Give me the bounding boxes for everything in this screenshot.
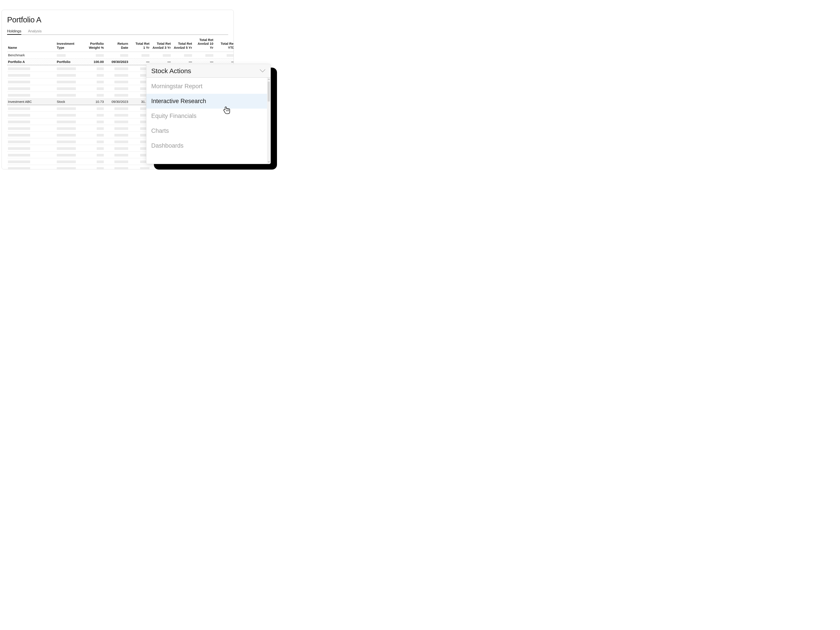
tab-holdings[interactable]: Holdings bbox=[7, 28, 21, 35]
col-name[interactable]: Name bbox=[7, 36, 56, 52]
scroll-down-icon[interactable] bbox=[267, 160, 270, 164]
col-portfolio-weight[interactable]: PortfolioWeight % bbox=[82, 36, 105, 52]
stock-actions-popup: Stock Actions Morningstar Report Interac… bbox=[146, 64, 270, 164]
popup-list: Morningstar Report Interactive Research … bbox=[146, 77, 270, 154]
tabbar: Holdings Analysis bbox=[7, 28, 228, 35]
popup-title: Stock Actions bbox=[151, 67, 191, 75]
chevron-down-icon bbox=[259, 69, 266, 73]
scroll-up-icon[interactable] bbox=[267, 77, 270, 81]
col-total-ret-5yr[interactable]: Total RetAnnlzd 5 Yr bbox=[172, 36, 193, 52]
popup-item-dashboards[interactable]: Dashboards bbox=[146, 138, 270, 153]
page-title: Portfolio A bbox=[7, 15, 228, 24]
popup-item-morningstar-report[interactable]: Morningstar Report bbox=[146, 79, 270, 94]
scroll-thumb[interactable] bbox=[268, 82, 270, 102]
col-investment-type[interactable]: InvestmentType bbox=[56, 36, 82, 52]
row-benchmark[interactable]: Benchmark bbox=[7, 52, 234, 58]
tab-analysis[interactable]: Analysis bbox=[28, 28, 41, 35]
popup-header[interactable]: Stock Actions bbox=[146, 64, 270, 77]
popup-item-interactive-research[interactable]: Interactive Research bbox=[146, 94, 270, 109]
popup-item-charts[interactable]: Charts bbox=[146, 123, 270, 138]
popup-item-equity-financials[interactable]: Equity Financials bbox=[146, 109, 270, 123]
popup-scrollbar[interactable] bbox=[267, 77, 270, 164]
col-total-ret-3yr[interactable]: Total RetAnnlzd 3 Yr bbox=[150, 36, 172, 52]
table-header-row: Name InvestmentType PortfolioWeight % Re… bbox=[7, 36, 234, 52]
col-total-ret-1yr[interactable]: Total Ret1 Yr bbox=[129, 36, 150, 52]
col-total-ret-ytd[interactable]: Total RetYTD bbox=[214, 36, 234, 52]
col-return-date[interactable]: ReturnDate bbox=[105, 36, 129, 52]
col-total-ret-10yr[interactable]: Total RetAnnlzd 10 Yr bbox=[193, 36, 214, 52]
